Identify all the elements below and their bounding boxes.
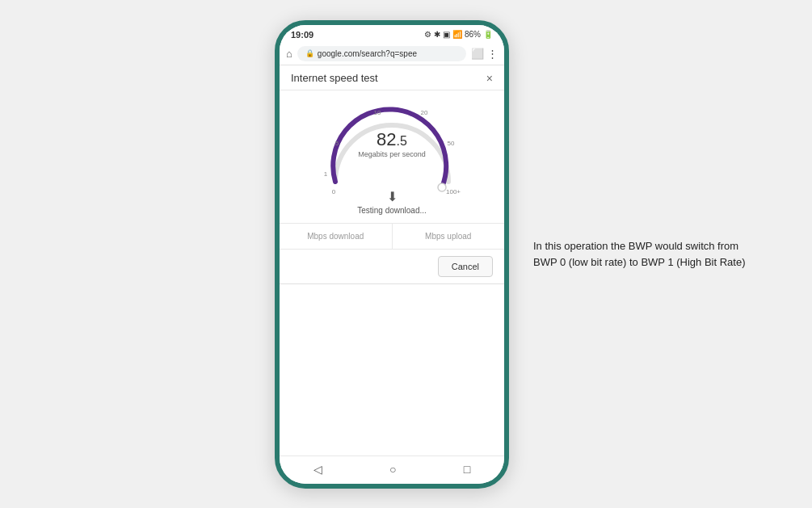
tick-100: 100+ [446,188,461,195]
gauge-container: 0 1 5 10 20 50 100+ [319,97,465,186]
signal-icon: 📶 [452,30,462,39]
upload-stat: Mbps upload [393,224,505,249]
tab-icon[interactable]: ⬜ [471,48,484,60]
address-actions: ⬜ ⋮ [471,48,498,60]
tick-0: 0 [332,188,336,195]
home-nav-icon[interactable]: ○ [389,463,396,476]
status-bar: 19:09 ⚙ ✱ ▣ 📶 86% 🔋 [280,25,504,43]
lock-icon: 🔒 [305,49,314,57]
battery-label: 86% [465,30,481,39]
tick-10: 10 [374,109,381,116]
speed-value: 82.5 [358,131,426,149]
search-card: Internet speed test × [280,65,504,284]
screen-icon: ▣ [443,30,450,39]
close-icon[interactable]: × [486,72,493,85]
download-stat: Mbps download [280,224,393,249]
speed-unit: Megabits per second [358,150,426,158]
asterisk-icon: ✱ [434,30,440,39]
battery-icon: 🔋 [483,30,493,39]
bottom-nav-bar: ◁ ○ □ [280,456,504,484]
phone-content [280,284,504,456]
tick-5: 5 [335,140,339,147]
url-bar[interactable]: 🔒 google.com/search?q=spee [297,46,466,61]
svg-point-0 [438,183,446,191]
home-icon[interactable]: ⌂ [286,48,292,60]
status-time: 19:09 [291,30,313,40]
tick-1: 1 [324,170,328,178]
speedometer-area: 0 1 5 10 20 50 100+ [280,90,504,220]
tick-50: 50 [448,140,455,147]
stats-row: Mbps download Mbps upload [280,223,504,250]
action-row: Cancel [280,250,504,283]
card-header: Internet speed test × [280,65,504,90]
url-text: google.com/search?q=spee [318,49,417,58]
cancel-button[interactable]: Cancel [438,256,493,277]
scene: 19:09 ⚙ ✱ ▣ 📶 86% 🔋 ⌂ 🔒 google.com/searc… [0,0,812,508]
back-nav-icon[interactable]: ◁ [313,463,322,476]
annotation-text: In this operation the BWP would switch f… [533,238,759,270]
menu-icon[interactable]: ⋮ [487,48,498,60]
gauge-center-text: 82.5 Megabits per second [358,131,426,158]
tick-20: 20 [421,109,428,116]
address-bar: ⌂ 🔒 google.com/search?q=spee ⬜ ⋮ [280,43,504,65]
status-icons: ⚙ ✱ ▣ 📶 86% 🔋 [424,30,493,39]
phone-screen: 19:09 ⚙ ✱ ▣ 📶 86% 🔋 ⌂ 🔒 google.com/searc… [280,25,504,484]
download-label: Testing download... [357,206,427,215]
settings-icon: ⚙ [424,30,431,39]
recent-nav-icon[interactable]: □ [464,463,470,476]
phone-shell: 19:09 ⚙ ✱ ▣ 📶 86% 🔋 ⌂ 🔒 google.com/searc… [275,20,509,489]
card-title: Internet speed test [291,72,378,84]
